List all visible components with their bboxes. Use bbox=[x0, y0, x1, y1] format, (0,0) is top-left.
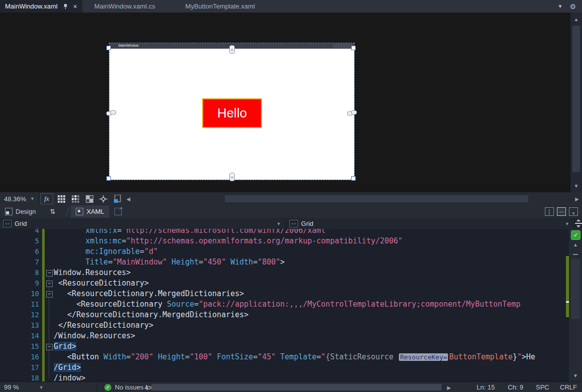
design-hscroll-thumb[interactable] bbox=[225, 195, 528, 202]
status-column-number[interactable]: Ch: 9 bbox=[502, 383, 529, 391]
anchor-chain-right-icon[interactable] bbox=[347, 110, 358, 117]
design-vertical-scrollbar[interactable]: ▲ ▼ bbox=[570, 13, 582, 192]
code-line[interactable]: 18/indow> bbox=[0, 373, 582, 381]
scroll-down-icon[interactable]: ▼ bbox=[570, 183, 582, 189]
show-snap-grid-button[interactable] bbox=[55, 194, 67, 204]
code-text: xmlns:x="http://schemas.microsoft.com/wi… bbox=[54, 229, 582, 236]
fold-collapse-box[interactable]: − bbox=[45, 268, 54, 278]
code-line[interactable]: 6 mc:Ignorable="d" bbox=[0, 246, 582, 257]
status-line-number[interactable]: Ln: 15 bbox=[471, 383, 501, 391]
line-number: 6 bbox=[0, 246, 42, 257]
code-line[interactable]: 9− <ResourceDictionary> bbox=[0, 278, 582, 289]
chevron-down-icon: ▼ bbox=[30, 196, 35, 201]
design-canvas[interactable]: MainWindow Hello ▲ ▼ bbox=[0, 13, 582, 192]
code-lines: 4 xmlns:x="http://schemas.microsoft.com/… bbox=[0, 229, 582, 381]
collapse-pane-icon[interactable]: ⌄⌄ bbox=[569, 207, 578, 216]
divider bbox=[66, 207, 70, 216]
code-text: </ResourceDictionary.MergedDictionaries> bbox=[54, 310, 582, 320]
resize-handle-bottom-left[interactable] bbox=[106, 176, 111, 181]
document-tab-bar: MainWindow.xaml × MainWindow.xaml.cs MyB… bbox=[0, 0, 582, 13]
editor-hscroll-thumb[interactable] bbox=[152, 384, 442, 390]
snap-grid-icon bbox=[58, 195, 65, 203]
scroll-up-icon[interactable]: ▲ bbox=[570, 17, 582, 22]
code-line[interactable]: 13 </ResourceDictionary> bbox=[0, 320, 582, 331]
tab-label: MyButtonTemplate.xaml bbox=[185, 3, 255, 10]
popout-pane-icon[interactable]: ↗ bbox=[114, 208, 122, 215]
tab-design-view[interactable]: Design bbox=[0, 205, 41, 218]
code-text: xmlns:mc="http://schemas.openxmlformats.… bbox=[54, 236, 582, 246]
scroll-right-icon[interactable]: ▶ bbox=[575, 196, 579, 202]
design-horizontal-scrollbar[interactable]: ◀ ▶ bbox=[124, 192, 582, 205]
editor-zoom-combo[interactable]: 99 % ▼ bbox=[0, 383, 97, 391]
resize-handle-top-left[interactable] bbox=[106, 46, 111, 50]
tab-xaml-view[interactable]: XAML bbox=[71, 205, 109, 218]
disable-project-code-button[interactable] bbox=[111, 194, 123, 204]
tab-mainwindow-xaml[interactable]: MainWindow.xaml × bbox=[0, 0, 82, 13]
split-vertical-icon[interactable]: │ bbox=[545, 207, 554, 216]
editor-vertical-scrollbar[interactable]: ✓ ▲ ▼ bbox=[569, 229, 582, 381]
line-number: 18 bbox=[0, 373, 42, 381]
tab-list-chevron-icon[interactable]: ▼ bbox=[558, 4, 563, 9]
breadcrumb-left-dropdown[interactable]: <> Grid ▼ bbox=[0, 218, 286, 229]
artboard-window-preview[interactable]: MainWindow Hello bbox=[109, 43, 354, 180]
design-vscroll-thumb[interactable] bbox=[572, 26, 580, 172]
fold-collapse-box[interactable]: − bbox=[45, 289, 54, 299]
code-line[interactable]: 14/Window.Resources> bbox=[0, 331, 582, 341]
xaml-tab-label: XAML bbox=[86, 208, 104, 215]
show-guides-button[interactable] bbox=[97, 194, 109, 204]
scroll-left-icon[interactable]: ◀ bbox=[126, 196, 130, 202]
snap-to-gridlines-button[interactable] bbox=[69, 194, 81, 204]
fold-collapse-box[interactable]: − bbox=[45, 341, 54, 352]
scroll-left-icon[interactable]: ◀ bbox=[144, 385, 148, 390]
tab-mainwindow-xaml-cs[interactable]: MainWindow.xaml.cs bbox=[89, 0, 160, 13]
gridlines-icon bbox=[72, 195, 79, 203]
splitter-icon bbox=[575, 219, 582, 227]
code-line[interactable]: 17/Grid> bbox=[0, 362, 582, 373]
fold-margin bbox=[45, 373, 54, 381]
view-switch-bar: Design ⇅ XAML ↗ │ — ⌄⌄ bbox=[0, 205, 582, 218]
status-line-ending[interactable]: CRLF bbox=[554, 383, 582, 391]
code-line[interactable]: 4 xmlns:x="http://schemas.microsoft.com/… bbox=[0, 229, 582, 236]
code-line[interactable]: 7 Title="MainWindow" Height="450" Width=… bbox=[0, 257, 582, 268]
code-text: Title="MainWindow" Height="450" Width="8… bbox=[54, 257, 582, 268]
tab-mybuttontemplate-xaml[interactable]: MyButtonTemplate.xaml bbox=[180, 0, 260, 13]
resize-handle-bottom-center[interactable] bbox=[229, 173, 235, 181]
code-line[interactable]: 11 <ResourceDictionary Source="pack://ap… bbox=[0, 299, 582, 310]
code-line[interactable]: 10− <ResourceDictionary.MergedDictionari… bbox=[0, 289, 582, 299]
status-indent-mode[interactable]: SPC bbox=[530, 383, 555, 391]
design-zoom-combo[interactable]: 48.36% ▼ bbox=[0, 192, 39, 205]
code-line[interactable]: 5 xmlns:mc="http://schemas.openxmlformat… bbox=[0, 236, 582, 246]
resize-handle-bottom-right[interactable] bbox=[351, 176, 356, 181]
resize-handle-top-center[interactable] bbox=[229, 45, 235, 54]
close-icon[interactable]: × bbox=[73, 3, 77, 10]
designed-button[interactable]: Hello bbox=[202, 98, 262, 128]
code-line[interactable]: 12 </ResourceDictionary.MergedDictionari… bbox=[0, 310, 582, 320]
code-text: mc:Ignorable="d" bbox=[54, 246, 582, 257]
split-horizontal-icon[interactable]: — bbox=[557, 207, 566, 216]
document-health-check-icon[interactable]: ✓ bbox=[571, 230, 580, 240]
minus-icon: − bbox=[46, 344, 53, 350]
editor-splitter-button[interactable] bbox=[575, 218, 582, 229]
editor-vscroll-thumb[interactable] bbox=[571, 259, 580, 319]
pin-icon[interactable] bbox=[63, 4, 68, 10]
scroll-down-icon[interactable]: ▼ bbox=[569, 373, 582, 378]
breadcrumb-right-dropdown[interactable]: <> Grid ▼ bbox=[286, 218, 575, 229]
xaml-code-editor[interactable]: 4 xmlns:x="http://schemas.microsoft.com/… bbox=[0, 229, 582, 381]
code-line[interactable]: 15−Grid> bbox=[0, 341, 582, 352]
code-line[interactable]: 16 <Button Width="200" Height="100" Font… bbox=[0, 352, 582, 362]
snapping-button[interactable] bbox=[83, 194, 95, 204]
gear-icon[interactable]: ⚙ bbox=[569, 3, 576, 11]
xml-tag-icon: <> bbox=[289, 220, 298, 227]
line-number: 9 bbox=[0, 278, 42, 289]
resize-handle-top-right[interactable] bbox=[351, 46, 356, 50]
line-number: 12 bbox=[0, 310, 42, 320]
chevron-down-icon: ▼ bbox=[565, 221, 569, 226]
effects-fx-button[interactable]: fx bbox=[40, 193, 53, 204]
preview-window-buttons bbox=[333, 44, 354, 48]
anchor-chain-left-icon[interactable] bbox=[106, 110, 117, 117]
scroll-right-icon[interactable]: ▶ bbox=[447, 385, 451, 390]
swap-panes-icon[interactable]: ⇅ bbox=[50, 208, 55, 215]
code-line[interactable]: 8−Window.Resources> bbox=[0, 268, 582, 278]
fold-collapse-box[interactable]: − bbox=[45, 278, 54, 289]
scroll-up-icon[interactable]: ▲ bbox=[569, 242, 582, 247]
